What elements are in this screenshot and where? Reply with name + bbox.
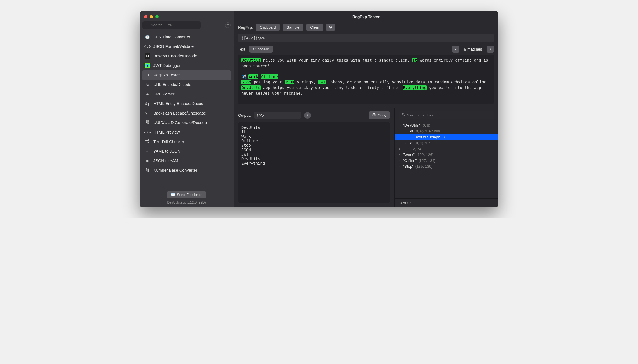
match-highlight: DevUtils bbox=[241, 85, 261, 90]
tree-meta: {72, 74} bbox=[410, 147, 423, 151]
chevron-right-icon[interactable]: › bbox=[398, 153, 401, 156]
text-segment bbox=[258, 74, 261, 79]
sidebar-item-uuid-ulid-generate-decode[interactable]: UU IDUUID/ULID Generate/Decode bbox=[142, 118, 231, 127]
tree-label: "Offline" bbox=[403, 158, 417, 163]
regex-clipboard-button[interactable]: Clipboard bbox=[256, 24, 280, 31]
sidebar-item-label: Unix Time Converter bbox=[153, 35, 190, 39]
search-icon bbox=[401, 112, 405, 117]
chevron-right-icon[interactable]: › bbox=[398, 147, 401, 150]
backslash-icon: \n bbox=[145, 110, 150, 116]
tree-row[interactable]: ⌄$0 {0, 8} "DevUtils" bbox=[395, 128, 498, 134]
copy-label: Copy bbox=[378, 113, 387, 117]
tree-label: "Stop" bbox=[403, 164, 413, 169]
tree-row[interactable]: ›$1 {0, 1} "D" bbox=[395, 140, 498, 146]
tree-meta: {127, 134} bbox=[418, 158, 436, 163]
sidebar-item-unix-time-converter[interactable]: 🕘Unix Time Converter bbox=[142, 32, 231, 42]
svg-line-8 bbox=[404, 115, 405, 116]
text-clipboard-button[interactable]: Clipboard bbox=[249, 46, 273, 53]
sidebar-item-regexp-tester[interactable]: .✱RegExp Tester bbox=[142, 70, 231, 80]
text-segment: strings, bbox=[294, 80, 318, 84]
tree-row[interactable]: DevUtils length: 8 bbox=[395, 134, 498, 140]
tree-row[interactable]: ›"Stop" {135, 139} bbox=[395, 164, 498, 169]
filter-icon[interactable] bbox=[225, 22, 231, 28]
matches-search-input[interactable] bbox=[399, 111, 494, 119]
sidebar-search-input[interactable] bbox=[142, 21, 201, 29]
tree-label: DevUtils bbox=[414, 135, 428, 139]
window-title: RegExp Tester bbox=[234, 11, 498, 22]
send-feedback-button[interactable]: ✉️ Send Feedback bbox=[167, 191, 206, 198]
sidebar-item-label: Backslash Escape/Unescape bbox=[153, 111, 206, 115]
matches-footer: DevUtils bbox=[395, 198, 498, 207]
tree-row[interactable]: ›"Work" {122, 126} bbox=[395, 152, 498, 158]
regex-pattern-input[interactable] bbox=[238, 34, 494, 42]
match-count-label: 9 matches bbox=[464, 47, 482, 52]
json-icon: {,} bbox=[145, 44, 150, 49]
sidebar-item-label: RegExp Tester bbox=[153, 73, 180, 77]
tree-meta: {122, 126} bbox=[416, 153, 434, 157]
match-highlight: Offline bbox=[261, 74, 278, 79]
match-highlight: JWT bbox=[318, 80, 326, 84]
sidebar: 🕘Unix Time Converter{,}JSON Format/Valid… bbox=[140, 11, 234, 207]
tree-row[interactable]: ›"Offline" {127, 134} bbox=[395, 158, 498, 164]
output-help-button[interactable]: ? bbox=[304, 112, 311, 119]
sidebar-item-json-format-validate[interactable]: {,}JSON Format/Validate bbox=[142, 42, 231, 51]
traffic-lights bbox=[140, 11, 234, 21]
sidebar-item-number-base-converter[interactable]: 01 10Number Base Converter bbox=[142, 165, 231, 175]
chevron-right-icon[interactable]: › bbox=[398, 165, 401, 168]
regex-clear-button[interactable]: Clear bbox=[306, 24, 323, 31]
sidebar-item-text-diff-checker[interactable]: +ab -cdText Diff Checker bbox=[142, 137, 231, 146]
output-body[interactable]: DevUtils It Work Offline Stop JSON JWT D… bbox=[238, 122, 390, 203]
sidebar-item-label: Text Diff Checker bbox=[153, 139, 184, 144]
minimize-window-button[interactable] bbox=[150, 15, 153, 18]
next-match-button[interactable] bbox=[487, 46, 494, 53]
text-segment: .app helps you quickly do your tiny task… bbox=[261, 85, 403, 90]
uuid-icon: UU ID bbox=[145, 120, 150, 125]
mail-icon: ✉️ bbox=[171, 193, 175, 197]
chevron-down-icon[interactable]: ⌄ bbox=[404, 130, 407, 133]
regex-label: RegExp: bbox=[238, 25, 253, 30]
sidebar-item-url-parser[interactable]: &URL Parser bbox=[142, 89, 231, 99]
chevron-right-icon[interactable]: › bbox=[398, 159, 401, 162]
sidebar-item-backslash-escape-unescape[interactable]: \nBackslash Escape/Unescape bbox=[142, 108, 231, 118]
url-encode-icon: % bbox=[145, 82, 150, 87]
sidebar-item-label: UUID/ULID Generate/Decode bbox=[153, 120, 207, 125]
sidebar-item-url-encode-decode[interactable]: %URL Encode/Decode bbox=[142, 80, 231, 89]
tree-row[interactable]: ›"It" {72, 74} bbox=[395, 146, 498, 152]
sidebar-item-html-entity-encode-decode[interactable]: #;HTML Entity Encode/Decode bbox=[142, 99, 231, 108]
regex-settings-button[interactable] bbox=[326, 24, 335, 31]
sidebar-item-label: JSON Format/Validate bbox=[153, 44, 194, 49]
sidebar-item-base64-encode-decode[interactable]: 64Base64 Encode/Decode bbox=[142, 51, 231, 61]
prev-match-button[interactable] bbox=[452, 46, 459, 53]
maximize-window-button[interactable] bbox=[155, 15, 159, 18]
output-label: Output: bbox=[238, 113, 251, 118]
match-highlight: Everything bbox=[403, 85, 427, 90]
sidebar-item-jwt-debugger[interactable]: ✱JWT Debugger bbox=[142, 61, 231, 70]
gear-icon bbox=[329, 25, 332, 30]
chevron-down-icon[interactable]: ⌄ bbox=[398, 124, 401, 127]
sidebar-item-label: URL Parser bbox=[153, 92, 174, 96]
text-segment: pasting your bbox=[251, 80, 285, 84]
match-highlight: Stop bbox=[241, 80, 251, 84]
jwt-icon: ✱ bbox=[145, 63, 150, 68]
regex-sample-button[interactable]: Sample bbox=[283, 24, 304, 31]
text-input-area[interactable]: DevUtils helps you with your tiny daily … bbox=[238, 55, 494, 104]
matches-tree[interactable]: ⌄"DevUtils" {0, 8}⌄$0 {0, 8} "DevUtils"D… bbox=[395, 121, 498, 198]
copy-output-button[interactable]: Copy bbox=[369, 111, 390, 119]
output-pane: Output: ? Copy DevUtils It Work Offline … bbox=[234, 108, 395, 207]
close-window-button[interactable] bbox=[144, 15, 147, 18]
match-highlight: Work bbox=[248, 74, 258, 79]
sidebar-item-label: Base64 Encode/Decode bbox=[153, 54, 197, 58]
output-format-input[interactable] bbox=[254, 112, 301, 119]
yaml-json-icon: ⇄ bbox=[145, 148, 150, 154]
clock-icon: 🕘 bbox=[145, 34, 150, 40]
svg-rect-6 bbox=[373, 114, 375, 116]
sidebar-item-json-to-yaml[interactable]: ⇄JSON to YAML bbox=[142, 156, 231, 165]
sidebar-footer: ✉️ Send Feedback DevUtils.app 1.12.0 (99… bbox=[140, 188, 234, 207]
sidebar-item-yaml-to-json[interactable]: ⇄YAML to JSON bbox=[142, 146, 231, 156]
chevron-right-icon[interactable]: › bbox=[404, 141, 407, 144]
json-yaml-icon: ⇄ bbox=[145, 158, 150, 164]
sidebar-item-html-preview[interactable]: </>HTML Preview bbox=[142, 127, 231, 137]
regex-toolbar: RegExp: Clipboard Sample Clear bbox=[234, 22, 498, 34]
text-label: Text: bbox=[238, 47, 246, 52]
tree-row[interactable]: ⌄"DevUtils" {0, 8} bbox=[395, 122, 498, 128]
